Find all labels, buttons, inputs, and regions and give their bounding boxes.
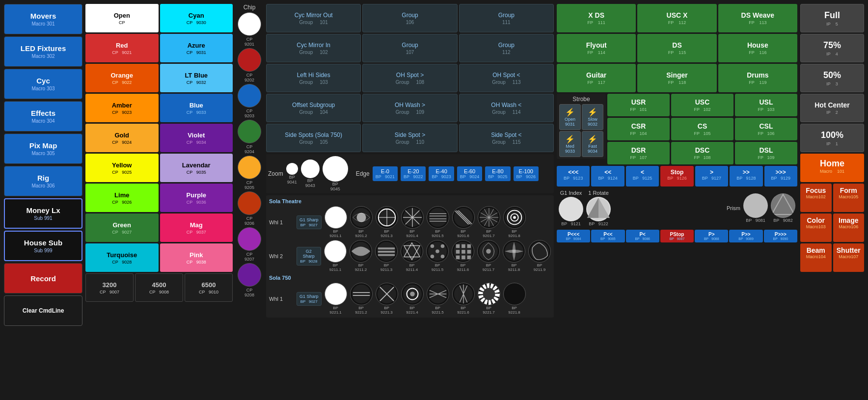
- fp-csl[interactable]: CSL FP 106: [735, 118, 797, 140]
- fp-house[interactable]: House FP 116: [718, 34, 797, 62]
- prism-circle1[interactable]: [743, 193, 768, 218]
- g1-sharp-750-btn[interactable]: G1 SharpBP 9027: [297, 292, 322, 306]
- color-green[interactable]: Green CP 9027: [85, 213, 159, 242]
- fp-usc[interactable]: USC FP 102: [671, 94, 733, 116]
- edge-60[interactable]: E-60 BP 9024: [457, 166, 482, 181]
- gobo-9201-4[interactable]: [401, 206, 424, 229]
- chip-9207[interactable]: [238, 227, 261, 251]
- gobo-9211-9[interactable]: [528, 240, 551, 263]
- fp-usr[interactable]: USR FP 101: [607, 94, 670, 116]
- nav-back3[interactable]: <<< BP 9123: [557, 166, 590, 187]
- fp-dsl[interactable]: DSL FP 109: [735, 142, 797, 164]
- group-106[interactable]: Group 106: [362, 4, 457, 32]
- color-open[interactable]: Open CP: [85, 4, 159, 32]
- ip-full[interactable]: Full IP 5: [800, 4, 864, 32]
- chip-9203[interactable]: [238, 84, 261, 107]
- macro-beam[interactable]: Beam Macro104: [800, 243, 832, 272]
- fp-csr[interactable]: CSR FP 104: [607, 118, 670, 140]
- gobo-9221-8[interactable]: [503, 283, 526, 305]
- color-cyan[interactable]: Cyan CP 9030: [160, 4, 233, 32]
- color-blue[interactable]: Blue CP 9033: [160, 94, 233, 122]
- gobo-9221-7[interactable]: [478, 283, 500, 305]
- group-offset-subgroup[interactable]: Offset Subgroup Group 104: [266, 94, 361, 122]
- gobo-9201-5[interactable]: [427, 206, 449, 229]
- gobo-9221-6[interactable]: [452, 283, 475, 305]
- group-cyc-mirror-out[interactable]: Cyc Mirror Out Group 101: [266, 4, 361, 32]
- nav-fwd2[interactable]: >> BP 9128: [730, 166, 762, 187]
- sidebar-item-rig[interactable]: Rig Macro 306: [4, 166, 82, 196]
- color-violet[interactable]: Violet CP 9034: [160, 124, 233, 152]
- g2-sharp-btn[interactable]: G2 SharpBP 9028: [297, 247, 321, 266]
- strobe-fast[interactable]: ⚡ Fast9034: [582, 131, 603, 157]
- color-gold[interactable]: Gold CP 9024: [85, 124, 159, 152]
- group-side-spot-right[interactable]: Side Spot > Group 110: [362, 124, 457, 152]
- gobo-9211-1[interactable]: [324, 240, 347, 263]
- sidebar-item-money[interactable]: Money Lx Sub 991: [4, 198, 82, 229]
- p-btn-fwd3[interactable]: P>>> BP 9090: [764, 230, 797, 242]
- color-orange[interactable]: Orange CP 9022: [85, 64, 159, 92]
- gobo-9211-8[interactable]: [503, 240, 525, 263]
- sidebar-item-record[interactable]: Record: [4, 263, 82, 293]
- fp-singer[interactable]: Singer FP 118: [637, 64, 716, 92]
- group-oh-wash-left[interactable]: OH Wash < Group 114: [459, 94, 554, 122]
- p-btn-back3[interactable]: P<<< BP 9084: [557, 230, 590, 242]
- chip-9208[interactable]: [238, 263, 261, 287]
- sidebar-item-clearcmd[interactable]: Clear CmdLine: [4, 295, 82, 326]
- gobo-9201-2[interactable]: [350, 206, 373, 229]
- color-ltblue[interactable]: LT Blue CP 9032: [160, 64, 233, 92]
- color-red[interactable]: Red CP 9021: [85, 34, 159, 62]
- gobo-9201-1[interactable]: [325, 206, 347, 229]
- p-btn-stop[interactable]: PStop BP 9087: [660, 230, 694, 242]
- macro-image[interactable]: Image Macro106: [833, 213, 865, 242]
- fp-dsr[interactable]: DSR FP 107: [607, 142, 670, 164]
- chip-9205[interactable]: [238, 156, 261, 179]
- group-oh-spot-left[interactable]: OH Spot < Group 113: [459, 64, 554, 92]
- sidebar-item-housesub[interactable]: House Sub Sub 999: [4, 231, 82, 261]
- group-side-spots[interactable]: Side Spots (Sola 750) Group 105: [266, 124, 361, 152]
- gobo-9201-6[interactable]: [452, 206, 475, 229]
- strobe-slow[interactable]: ⚡ Slow9032: [582, 104, 603, 130]
- gobo-9211-2[interactable]: [350, 240, 372, 263]
- gobo-9221-3[interactable]: [376, 283, 398, 305]
- fp-usc-x[interactable]: USC X FP 112: [637, 4, 716, 32]
- macro-focus[interactable]: Focus Macro102: [800, 184, 832, 212]
- fp-ds[interactable]: DS FP 115: [637, 34, 716, 62]
- gobo-9211-4[interactable]: [401, 240, 423, 263]
- gobo-9221-1[interactable]: [325, 283, 347, 305]
- prism-circle2[interactable]: [771, 193, 795, 218]
- g1-index-circle[interactable]: [559, 197, 583, 221]
- zoom-small[interactable]: [286, 163, 298, 175]
- color-pink[interactable]: Pink CP 9038: [160, 243, 233, 272]
- ip-hot-center[interactable]: Hot Center IP 2: [800, 94, 864, 122]
- edge-40[interactable]: E-40 BP 9023: [429, 166, 454, 181]
- color-amber[interactable]: Amber CP 9023: [85, 94, 159, 122]
- macro-shutter[interactable]: Shutter Macro107: [833, 243, 865, 272]
- g1-rotate-circle[interactable]: [586, 197, 611, 221]
- macro-form[interactable]: Form Macro105: [833, 184, 865, 212]
- sidebar-item-movers[interactable]: Movers Macro 301: [4, 4, 82, 34]
- color-turquoise[interactable]: Turquoise CP 9028: [85, 243, 159, 272]
- p-btn-back1[interactable]: P< BP 9086: [626, 230, 659, 242]
- fp-drums[interactable]: Drums FP 119: [718, 64, 797, 92]
- color-lavender[interactable]: Lavendar CP 9035: [160, 154, 233, 182]
- color-purple[interactable]: Purple CP 9036: [160, 184, 233, 212]
- gobo-9221-4[interactable]: [401, 283, 424, 305]
- color-3200[interactable]: 3200 CP 9007: [85, 273, 134, 302]
- gobo-9211-7[interactable]: [477, 240, 500, 263]
- gobo-9211-3[interactable]: [375, 240, 398, 263]
- group-112[interactable]: Group 112: [459, 34, 554, 62]
- color-mag[interactable]: Mag CP 9037: [160, 213, 233, 242]
- sidebar-item-led[interactable]: LED Fixtures Macro 302: [4, 36, 82, 67]
- fp-usl[interactable]: USL FP 103: [735, 94, 797, 116]
- gobo-9201-3[interactable]: [376, 206, 398, 229]
- fp-guitar[interactable]: Guitar FP 117: [557, 64, 636, 92]
- ip-50[interactable]: 50% IP 3: [800, 64, 864, 92]
- gobo-9221-2[interactable]: [350, 283, 373, 305]
- gobo-9201-7[interactable]: [478, 206, 500, 229]
- macro-color[interactable]: Color Macro103: [800, 213, 832, 242]
- chip-9206[interactable]: [238, 191, 261, 215]
- group-107[interactable]: Group 107: [362, 34, 457, 62]
- nav-back1[interactable]: < BP 9125: [626, 166, 659, 187]
- color-azure[interactable]: Azure CP 9031: [160, 34, 233, 62]
- nav-back2[interactable]: << BP 9124: [591, 166, 624, 187]
